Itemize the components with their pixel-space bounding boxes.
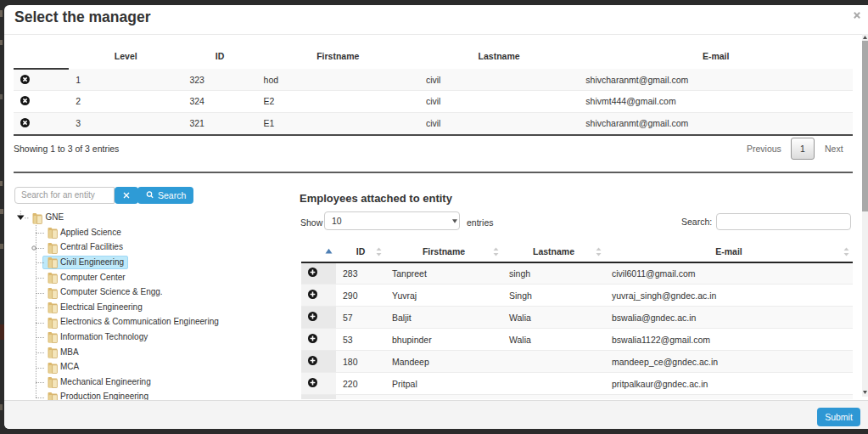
svg-text:Search: Search <box>158 190 186 200</box>
